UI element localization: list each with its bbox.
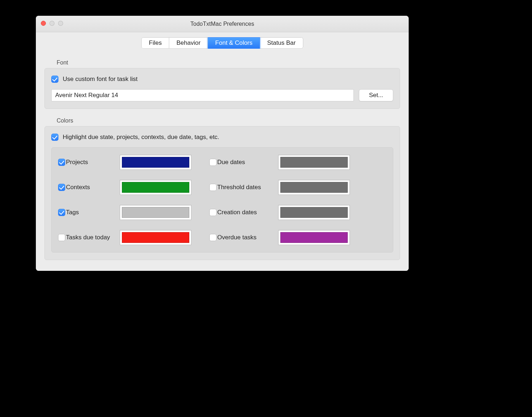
threshold-dates-color-well[interactable]	[278, 180, 350, 195]
threshold-dates-checkbox[interactable]	[209, 184, 217, 191]
close-button[interactable]	[41, 21, 46, 26]
threshold-dates-color-swatch	[280, 182, 348, 193]
tasks-due-today-color-well[interactable]	[120, 230, 191, 245]
due-dates-color-well[interactable]	[278, 155, 350, 170]
contexts-color-swatch	[122, 182, 189, 193]
use-custom-font-label: Use custom font for task list	[63, 76, 138, 83]
content-area: Font Use custom font for task list Aveni…	[36, 52, 409, 271]
tags-label: Tags	[66, 209, 120, 216]
tags-checkbox[interactable]	[58, 209, 65, 216]
colors-heading: Colors	[57, 118, 400, 124]
minimize-button[interactable]	[49, 21, 54, 26]
due-dates-color-swatch	[280, 157, 348, 168]
overdue-tasks-color-well[interactable]	[278, 230, 350, 245]
projects-label: Projects	[66, 159, 120, 166]
tab-bar: Files Behavior Font & Colors Status Bar	[36, 32, 409, 52]
overdue-tasks-label: Overdue tasks	[217, 234, 278, 241]
zoom-button[interactable]	[58, 21, 63, 26]
tab-font-colors[interactable]: Font & Colors	[208, 37, 260, 49]
contexts-label: Contexts	[66, 184, 120, 191]
font-group: Use custom font for task list Avenir Nex…	[44, 68, 400, 109]
tab-behavior[interactable]: Behavior	[169, 37, 208, 49]
projects-checkbox[interactable]	[58, 159, 65, 166]
traffic-lights	[41, 21, 63, 26]
due-dates-checkbox[interactable]	[209, 159, 217, 166]
titlebar: TodoTxtMac Preferences	[36, 16, 409, 32]
overdue-tasks-checkbox[interactable]	[209, 234, 217, 241]
creation-dates-checkbox[interactable]	[209, 209, 217, 216]
font-display-field[interactable]: Avenir Next Regular 14	[51, 89, 354, 101]
tab-status-bar[interactable]: Status Bar	[260, 37, 303, 49]
window-title: TodoTxtMac Preferences	[190, 21, 254, 27]
creation-dates-label: Creation dates	[217, 209, 278, 216]
set-font-button[interactable]: Set...	[359, 89, 393, 101]
colors-grid: Projects Due dates Contexts Threshold da…	[51, 147, 393, 253]
overdue-tasks-color-swatch	[280, 232, 348, 243]
tab-files[interactable]: Files	[141, 37, 169, 49]
tasks-due-today-checkbox[interactable]	[58, 234, 65, 241]
threshold-dates-label: Threshold dates	[217, 184, 278, 191]
due-dates-label: Due dates	[217, 159, 278, 166]
creation-dates-color-well[interactable]	[278, 205, 350, 220]
tasks-due-today-label: Tasks due today	[66, 234, 120, 241]
projects-color-swatch	[122, 157, 189, 168]
colors-group: Highlight due state, projects, contexts,…	[44, 126, 400, 260]
use-custom-font-checkbox[interactable]	[51, 76, 58, 83]
tags-color-well[interactable]	[120, 205, 191, 220]
font-heading: Font	[57, 59, 400, 66]
contexts-color-well[interactable]	[120, 180, 191, 195]
projects-color-well[interactable]	[120, 155, 191, 170]
preferences-window: TodoTxtMac Preferences Files Behavior Fo…	[36, 16, 409, 271]
tasks-due-today-color-swatch	[122, 232, 189, 243]
creation-dates-color-swatch	[280, 207, 348, 218]
contexts-checkbox[interactable]	[58, 184, 65, 191]
highlight-checkbox[interactable]	[51, 134, 58, 141]
highlight-label: Highlight due state, projects, contexts,…	[63, 134, 219, 141]
tags-color-swatch	[122, 207, 189, 218]
